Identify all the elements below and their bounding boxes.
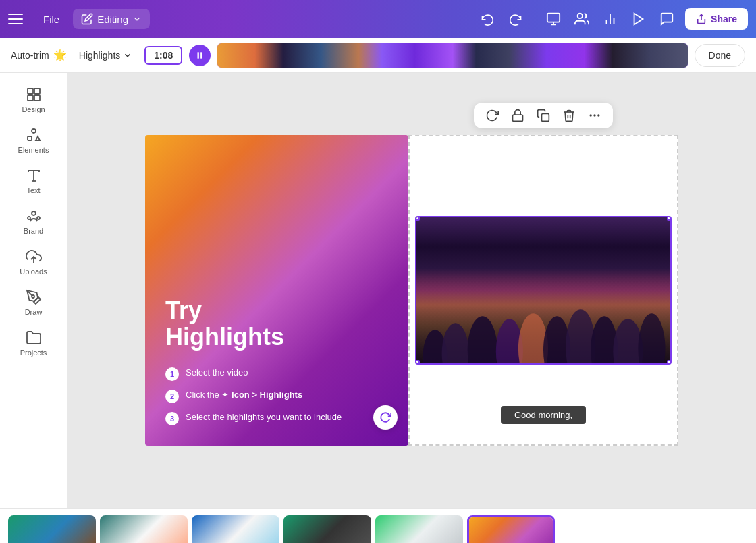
svg-marker-5: [634, 14, 643, 25]
step-num-2: 2: [165, 390, 179, 403]
share-button[interactable]: Share: [685, 8, 748, 30]
delete-tool-button[interactable]: [562, 108, 576, 123]
svg-point-19: [37, 217, 40, 219]
strip-thumb-8[interactable]: 8 - Magic Edit: [100, 515, 188, 544]
redo-button[interactable]: [504, 7, 527, 30]
slide-left: Try Highlights 1 Select the video 2 Clic…: [145, 135, 408, 446]
editing-mode-button[interactable]: Editing: [73, 9, 150, 29]
elements-label: Elements: [18, 146, 49, 154]
more-icon: [588, 109, 601, 122]
step-num-1: 1: [165, 367, 179, 381]
slide-content: Try Highlights 1 Select the video 2 Clic…: [165, 297, 388, 425]
resize-handle-br[interactable]: [667, 360, 672, 365]
editing-label: Editing: [97, 14, 128, 25]
strip-thumb-9[interactable]: 9 - Magic Expa...: [192, 515, 279, 544]
resize-handle-tm[interactable]: [415, 363, 423, 365]
present-mode-button[interactable]: [626, 6, 651, 32]
steps-list: 1 Select the video 2 Click the ✦ Icon > …: [165, 367, 388, 425]
step-num-3: 3: [165, 412, 179, 425]
sidebar-item-text[interactable]: Text: [7, 162, 61, 200]
video-image: [416, 217, 670, 363]
highlights-dropdown[interactable]: Highlights: [74, 47, 138, 63]
chat-icon-button[interactable]: [654, 6, 680, 32]
slide-right: Good morning,: [408, 135, 678, 446]
video-thumbnail[interactable]: [415, 216, 672, 365]
svg-point-26: [597, 114, 599, 116]
svg-point-1: [578, 14, 583, 18]
elements-icon: [26, 127, 42, 143]
svg-rect-7: [198, 52, 199, 58]
crowd-svg: [416, 269, 670, 363]
present-icon-button[interactable]: [541, 6, 566, 32]
strip-thumb-11[interactable]: 11 - Grab Text: [375, 515, 463, 544]
refresh-overlay-button[interactable]: [373, 405, 398, 430]
rotate-tool-button[interactable]: [485, 108, 500, 123]
svg-rect-22: [513, 115, 523, 121]
sidebar-item-uploads[interactable]: Uploads: [7, 243, 61, 281]
refresh-icon: [379, 411, 392, 423]
uploads-label: Uploads: [20, 267, 47, 276]
highlights-main-text: Highlights: [165, 324, 388, 351]
uploads-icon: [26, 249, 42, 265]
projects-icon: [26, 330, 42, 346]
pause-icon: [195, 51, 205, 60]
svg-rect-9: [28, 88, 33, 94]
resize-handle-tl[interactable]: [415, 216, 420, 221]
strip-bg-8: [100, 515, 188, 544]
try-text: Try: [165, 297, 388, 324]
nav-right-icons: Share: [541, 6, 748, 32]
step-text-1: Select the video: [186, 367, 248, 379]
svg-rect-12: [34, 95, 40, 101]
text-icon: [26, 167, 42, 184]
hamburger-menu[interactable]: [8, 8, 30, 30]
step-2: 2 Click the ✦ Icon > Highlights: [165, 389, 388, 403]
highlights-label: Highlights: [79, 50, 120, 61]
svg-rect-11: [28, 95, 33, 101]
svg-point-24: [590, 114, 592, 116]
duplicate-tool-button[interactable]: [536, 108, 551, 123]
lock-tool-button[interactable]: [510, 108, 525, 123]
analytics-icon-button[interactable]: [597, 6, 623, 32]
chevron-down-icon: [132, 14, 142, 24]
sidebar-item-projects[interactable]: Projects: [7, 324, 61, 362]
strip-bg-9: [192, 515, 279, 544]
svg-point-25: [593, 114, 595, 116]
sidebar-item-elements[interactable]: Elements: [7, 122, 61, 159]
strip-thumb-12[interactable]: 12 - Highlights: [467, 515, 555, 544]
svg-point-17: [32, 211, 36, 215]
time-input[interactable]: [144, 46, 182, 65]
brand-label: Brand: [24, 227, 43, 235]
sidebar-item-brand[interactable]: Brand: [7, 203, 61, 240]
strip-bg-10: [284, 515, 371, 544]
step-text-2: Click the ✦ Icon > Highlights: [186, 389, 302, 401]
pause-button[interactable]: [189, 45, 211, 66]
text-label: Text: [26, 186, 40, 195]
resize-handle-bl[interactable]: [415, 360, 420, 365]
autotrim-label: Auto-trim 🌟: [11, 49, 67, 61]
undo-button[interactable]: [476, 7, 499, 30]
dropdown-chevron-icon: [123, 51, 132, 60]
canvas-wrapper: Try Highlights 1 Select the video 2 Clic…: [145, 135, 678, 446]
draw-label: Draw: [25, 308, 43, 316]
more-options-button[interactable]: [587, 108, 602, 123]
filmstrip-thumbnails: 7 - Magic Write 8 - Magic Edit 9 - Magic…: [0, 508, 756, 543]
autotrim-bar: Auto-trim 🌟 Highlights Done: [0, 38, 756, 73]
design-label: Design: [22, 105, 45, 113]
main-layout: Design Elements Text Brand: [0, 73, 756, 508]
svg-point-28: [442, 323, 469, 363]
strip-thumb-10[interactable]: 10 - Magic Media: [284, 515, 371, 544]
svg-rect-8: [200, 52, 202, 58]
collaborate-icon-button[interactable]: [569, 6, 595, 32]
done-button[interactable]: Done: [695, 44, 745, 67]
resize-handle-tr[interactable]: [667, 216, 672, 221]
svg-point-18: [28, 217, 30, 219]
filmstrip-preview[interactable]: [217, 43, 687, 68]
sidebar-item-design[interactable]: Design: [7, 81, 61, 119]
sidebar-item-draw[interactable]: Draw: [7, 284, 61, 321]
design-icon: [26, 86, 42, 103]
strip-thumb-7[interactable]: 7 - Magic Write: [8, 515, 96, 544]
svg-rect-10: [34, 88, 40, 94]
svg-point-29: [468, 316, 497, 363]
strip-bg-11: [375, 515, 463, 544]
file-menu-button[interactable]: File: [35, 9, 68, 29]
